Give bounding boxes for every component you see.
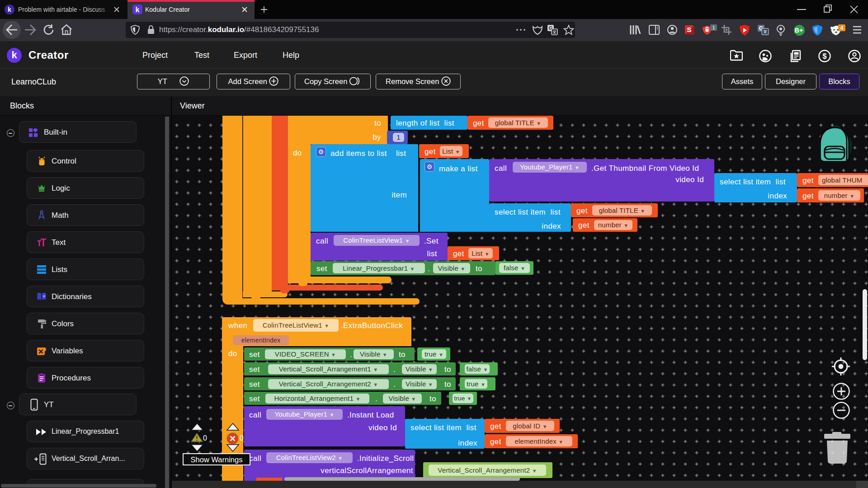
- svg-text:$: $: [823, 52, 827, 60]
- svg-text:B+: B+: [795, 27, 803, 34]
- svg-text:S: S: [687, 26, 691, 33]
- svg-text:4: 4: [840, 25, 844, 31]
- svg-text:1: 1: [712, 25, 715, 30]
- svg-text:y: y: [44, 347, 47, 351]
